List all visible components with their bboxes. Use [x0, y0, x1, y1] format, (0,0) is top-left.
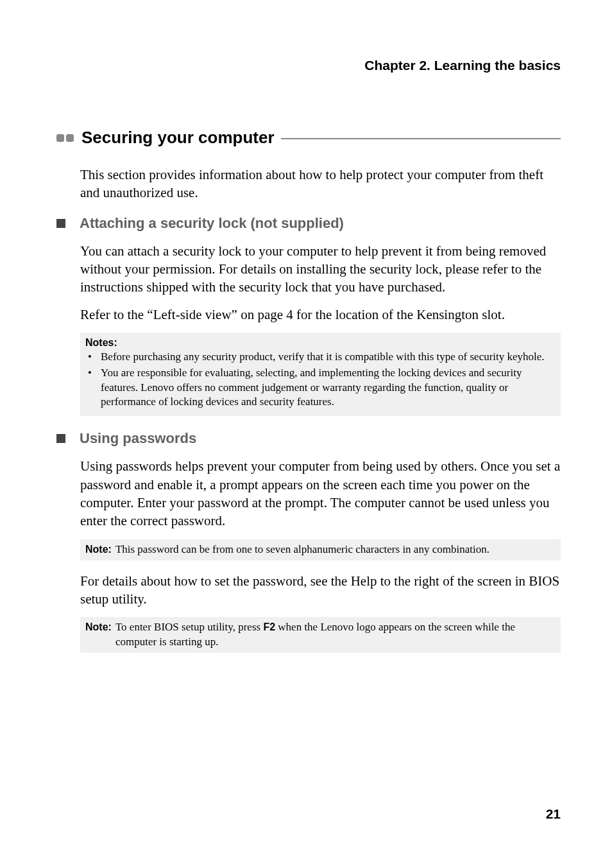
bullet-icon	[56, 134, 64, 142]
body-paragraph: Refer to the “Left-side view” on page 4 …	[80, 306, 561, 324]
subheading-text: Using passwords	[80, 430, 196, 447]
notes-box: Notes: • Before purchasing any security …	[80, 333, 561, 416]
note-label: Note:	[85, 620, 112, 650]
bullet-dot-icon: •	[88, 350, 101, 365]
note-pre-text: To enter BIOS setup utility, press	[115, 621, 264, 633]
main-heading-row: Securing your computer	[56, 128, 561, 148]
chapter-header: Chapter 2. Learning the basics	[51, 58, 561, 73]
note-text: Before purchasing any security product, …	[101, 350, 545, 365]
bullet-dot-icon: •	[88, 366, 101, 410]
intro-paragraph: This section provides information about …	[80, 166, 561, 202]
heading-rule	[281, 138, 561, 139]
key-name: F2	[263, 621, 275, 632]
note-label: Note:	[85, 542, 112, 557]
bullet-icon	[66, 134, 74, 142]
note-text: To enter BIOS setup utility, press F2 wh…	[115, 620, 556, 650]
note-box-single: Note: This password can be from one to s…	[80, 539, 561, 560]
subheading-security-lock: Attaching a security lock (not supplied)	[56, 215, 561, 232]
main-heading-text: Securing your computer	[81, 128, 275, 148]
notes-list: • Before purchasing any security product…	[85, 350, 556, 410]
square-bullet-icon	[56, 219, 65, 228]
note-text: You are responsible for evaluating, sele…	[101, 366, 556, 410]
subheading-using-passwords: Using passwords	[56, 430, 561, 447]
page-number: 21	[546, 806, 561, 822]
heading-bullets	[56, 134, 74, 142]
note-item: • You are responsible for evaluating, se…	[85, 366, 556, 410]
notes-label: Notes:	[85, 336, 556, 350]
note-item: • Before purchasing any security product…	[85, 350, 556, 365]
note-box-single: Note: To enter BIOS setup utility, press…	[80, 617, 561, 653]
body-paragraph: Using passwords helps prevent your compu…	[80, 457, 561, 530]
subheading-text: Attaching a security lock (not supplied)	[80, 215, 344, 232]
body-paragraph: For details about how to set the passwor…	[80, 572, 561, 609]
body-paragraph: You can attach a security lock to your c…	[80, 242, 561, 297]
square-bullet-icon	[56, 434, 65, 443]
note-text: This password can be from one to seven a…	[115, 542, 556, 557]
